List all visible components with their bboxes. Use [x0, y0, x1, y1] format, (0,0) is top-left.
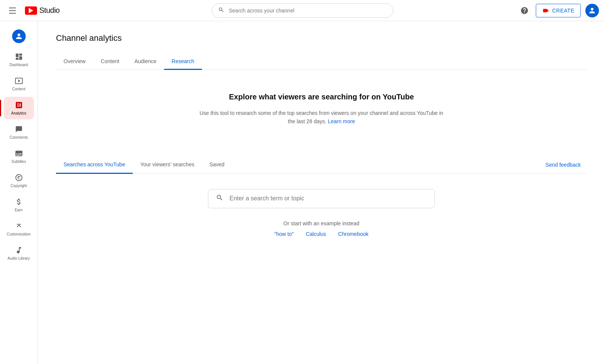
sidebar-analytics-label: Analytics — [11, 111, 26, 116]
active-bar — [0, 100, 1, 116]
example-chromebook[interactable]: Chromebook — [338, 231, 368, 237]
sidebar-item-customization[interactable]: Customization — [4, 218, 34, 240]
sidebar-item-content[interactable]: Content — [4, 73, 34, 95]
sidebar-item-audio[interactable]: Audio Library — [4, 242, 34, 249]
sidebar-item-channel[interactable] — [4, 26, 34, 47]
customization-icon — [14, 221, 23, 231]
sidebar-item-comments[interactable]: Comments — [4, 121, 34, 144]
copyright-icon — [14, 173, 23, 182]
analytics-icon — [14, 101, 23, 110]
sidebar-customization-label: Customization — [7, 232, 31, 237]
audio-icon — [14, 246, 23, 249]
page-title: Channel analytics — [56, 33, 587, 43]
sub-tab-youtube[interactable]: Searches across YouTube — [56, 156, 133, 174]
studio-label: Studio — [39, 6, 60, 15]
earn-icon — [14, 197, 23, 206]
subtitles-icon — [14, 149, 23, 158]
create-label: CREATE — [552, 8, 574, 14]
sidebar-subtitles-label: Subtitles — [11, 160, 26, 164]
main-content: Channel analytics Overview Content Audie… — [38, 21, 605, 249]
tab-content[interactable]: Content — [93, 54, 127, 70]
logo[interactable]: Studio — [25, 6, 60, 15]
example-intro-text: Or start with an example instead — [56, 220, 587, 226]
example-calculus[interactable]: Calculus — [306, 231, 326, 237]
help-button[interactable] — [518, 4, 531, 17]
app-body: Dashboard Content Analytics Comments — [0, 21, 605, 249]
main-tabs: Overview Content Audience Research — [56, 54, 587, 70]
research-intro: Explore what viewers are searching for o… — [189, 70, 454, 141]
send-feedback-button[interactable]: Send feedback — [540, 159, 587, 171]
header: Studio CREATE — [0, 0, 605, 21]
sidebar-dashboard-label: Dashboard — [9, 63, 28, 67]
comments-icon — [14, 125, 23, 134]
sidebar-content-label: Content — [12, 87, 25, 91]
example-howto[interactable]: "how to" — [274, 231, 293, 237]
header-center — [97, 3, 508, 18]
sidebar-channel-avatar — [12, 29, 26, 43]
youtube-logo-icon — [25, 6, 37, 15]
research-description: Use this tool to research some of the to… — [197, 109, 446, 126]
sub-tabs: Searches across YouTube Your viewers' se… — [56, 156, 540, 173]
tab-research[interactable]: Research — [164, 54, 202, 70]
sidebar-item-earn[interactable]: Earn — [4, 194, 34, 216]
sidebar-item-dashboard[interactable]: Dashboard — [4, 48, 34, 71]
sidebar-item-analytics[interactable]: Analytics — [4, 97, 34, 119]
sidebar-copyright-label: Copyright — [11, 184, 27, 188]
sub-tab-viewers[interactable]: Your viewers' searches — [133, 156, 202, 174]
research-search-icon — [216, 194, 223, 203]
tab-audience[interactable]: Audience — [127, 54, 164, 70]
create-button[interactable]: CREATE — [536, 4, 581, 17]
research-search-input[interactable] — [230, 195, 427, 202]
research-heading: Explore what viewers are searching for o… — [197, 93, 446, 101]
channel-search-bar — [212, 3, 393, 18]
tab-overview[interactable]: Overview — [56, 54, 93, 70]
header-left: Studio — [6, 5, 97, 17]
channel-search-input[interactable] — [229, 8, 387, 14]
sub-tabs-container: Searches across YouTube Your viewers' se… — [56, 156, 587, 174]
sidebar-item-copyright[interactable]: Copyright — [4, 169, 34, 192]
example-links: "how to" Calculus Chromebook — [56, 231, 587, 237]
research-search-box — [208, 189, 435, 208]
sidebar: Dashboard Content Analytics Comments — [0, 21, 38, 249]
content-icon — [14, 76, 23, 85]
header-right: CREATE — [508, 4, 599, 17]
sub-tab-saved[interactable]: Saved — [202, 156, 232, 174]
dashboard-icon — [14, 52, 23, 61]
sidebar-item-subtitles[interactable]: Subtitles — [4, 145, 34, 168]
learn-more-link[interactable]: Learn more — [328, 118, 355, 124]
avatar[interactable] — [585, 4, 599, 17]
sidebar-earn-label: Earn — [15, 208, 23, 212]
research-search-container — [56, 189, 587, 208]
search-icon — [218, 7, 224, 14]
sidebar-comments-label: Comments — [9, 135, 28, 140]
menu-button[interactable] — [6, 5, 19, 17]
